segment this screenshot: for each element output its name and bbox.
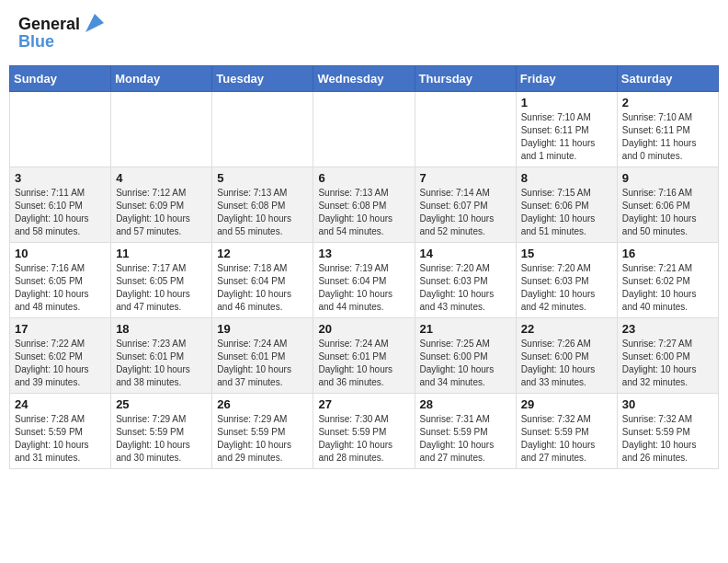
day-number: 6 — [318, 171, 409, 185]
calendar-cell: 12Sunrise: 7:18 AM Sunset: 6:04 PM Dayli… — [212, 243, 313, 318]
calendar-week-5: 24Sunrise: 7:28 AM Sunset: 5:59 PM Dayli… — [10, 394, 719, 469]
day-number: 16 — [622, 247, 713, 260]
weekday-header-sunday: Sunday — [10, 66, 111, 92]
day-info: Sunrise: 7:25 AM Sunset: 6:00 PM Dayligh… — [420, 338, 511, 389]
calendar-cell: 4Sunrise: 7:12 AM Sunset: 6:09 PM Daylig… — [111, 167, 212, 243]
day-info: Sunrise: 7:16 AM Sunset: 6:06 PM Dayligh… — [622, 187, 713, 238]
day-number: 7 — [420, 171, 511, 185]
calendar-cell — [212, 92, 313, 167]
day-info: Sunrise: 7:16 AM Sunset: 6:05 PM Dayligh… — [15, 262, 106, 314]
day-info: Sunrise: 7:22 AM Sunset: 6:02 PM Dayligh… — [15, 338, 106, 389]
day-number: 1 — [521, 96, 612, 109]
day-number: 24 — [15, 397, 106, 411]
day-number: 17 — [15, 322, 106, 336]
day-number: 10 — [15, 247, 106, 260]
weekday-header-tuesday: Tuesday — [212, 66, 313, 92]
calendar-cell: 15Sunrise: 7:20 AM Sunset: 6:03 PM Dayli… — [516, 243, 617, 318]
calendar-cell — [10, 92, 111, 167]
day-info: Sunrise: 7:20 AM Sunset: 6:03 PM Dayligh… — [521, 262, 612, 314]
day-number: 18 — [116, 322, 207, 336]
calendar-cell: 30Sunrise: 7:32 AM Sunset: 5:59 PM Dayli… — [617, 394, 718, 469]
day-number: 30 — [622, 397, 713, 411]
calendar-cell: 25Sunrise: 7:29 AM Sunset: 5:59 PM Dayli… — [111, 394, 212, 469]
day-info: Sunrise: 7:32 AM Sunset: 5:59 PM Dayligh… — [521, 413, 612, 465]
weekday-header-saturday: Saturday — [617, 66, 718, 92]
weekday-header-row: SundayMondayTuesdayWednesdayThursdayFrid… — [10, 66, 719, 92]
day-number: 21 — [420, 322, 511, 336]
calendar-cell: 21Sunrise: 7:25 AM Sunset: 6:00 PM Dayli… — [415, 318, 516, 394]
logo-icon — [82, 10, 108, 36]
calendar-table: SundayMondayTuesdayWednesdayThursdayFrid… — [9, 65, 719, 469]
logo: General Blue — [18, 14, 108, 52]
calendar-cell: 18Sunrise: 7:23 AM Sunset: 6:01 PM Dayli… — [111, 318, 212, 394]
day-info: Sunrise: 7:14 AM Sunset: 6:07 PM Dayligh… — [420, 187, 511, 238]
calendar-cell: 16Sunrise: 7:21 AM Sunset: 6:02 PM Dayli… — [617, 243, 718, 318]
day-info: Sunrise: 7:11 AM Sunset: 6:10 PM Dayligh… — [15, 187, 106, 238]
weekday-header-thursday: Thursday — [415, 66, 516, 92]
day-number: 4 — [116, 171, 207, 185]
calendar-cell: 22Sunrise: 7:26 AM Sunset: 6:00 PM Dayli… — [516, 318, 617, 394]
day-info: Sunrise: 7:30 AM Sunset: 5:59 PM Dayligh… — [318, 413, 409, 465]
calendar-week-1: 1Sunrise: 7:10 AM Sunset: 6:11 PM Daylig… — [10, 92, 719, 167]
day-info: Sunrise: 7:10 AM Sunset: 6:11 PM Dayligh… — [622, 111, 713, 163]
calendar-cell: 13Sunrise: 7:19 AM Sunset: 6:04 PM Dayli… — [313, 243, 415, 318]
day-info: Sunrise: 7:19 AM Sunset: 6:04 PM Dayligh… — [318, 262, 409, 314]
calendar-cell: 9Sunrise: 7:16 AM Sunset: 6:06 PM Daylig… — [617, 167, 718, 243]
day-number: 14 — [420, 247, 511, 260]
day-info: Sunrise: 7:23 AM Sunset: 6:01 PM Dayligh… — [116, 338, 207, 389]
calendar-cell: 6Sunrise: 7:13 AM Sunset: 6:08 PM Daylig… — [313, 167, 415, 243]
calendar-week-4: 17Sunrise: 7:22 AM Sunset: 6:02 PM Dayli… — [10, 318, 719, 394]
day-info: Sunrise: 7:17 AM Sunset: 6:05 PM Dayligh… — [116, 262, 207, 314]
day-number: 12 — [217, 247, 308, 260]
calendar-cell: 11Sunrise: 7:17 AM Sunset: 6:05 PM Dayli… — [111, 243, 212, 318]
calendar-cell: 19Sunrise: 7:24 AM Sunset: 6:01 PM Dayli… — [212, 318, 313, 394]
day-number: 2 — [622, 96, 713, 109]
calendar-cell: 17Sunrise: 7:22 AM Sunset: 6:02 PM Dayli… — [10, 318, 111, 394]
day-number: 9 — [622, 171, 713, 185]
calendar-cell — [415, 92, 516, 167]
day-number: 8 — [521, 171, 612, 185]
day-info: Sunrise: 7:29 AM Sunset: 5:59 PM Dayligh… — [116, 413, 207, 465]
svg-marker-0 — [85, 14, 104, 32]
page-header: General Blue — [9, 9, 719, 56]
day-info: Sunrise: 7:20 AM Sunset: 6:03 PM Dayligh… — [420, 262, 511, 314]
day-info: Sunrise: 7:21 AM Sunset: 6:02 PM Dayligh… — [622, 262, 713, 314]
day-info: Sunrise: 7:12 AM Sunset: 6:09 PM Dayligh… — [116, 187, 207, 238]
calendar-cell: 7Sunrise: 7:14 AM Sunset: 6:07 PM Daylig… — [415, 167, 516, 243]
day-number: 26 — [217, 397, 308, 411]
calendar-cell: 27Sunrise: 7:30 AM Sunset: 5:59 PM Dayli… — [313, 394, 415, 469]
day-number: 5 — [217, 171, 308, 185]
day-number: 19 — [217, 322, 308, 336]
day-info: Sunrise: 7:32 AM Sunset: 5:59 PM Dayligh… — [622, 413, 713, 465]
day-number: 27 — [318, 397, 409, 411]
calendar-cell: 3Sunrise: 7:11 AM Sunset: 6:10 PM Daylig… — [10, 167, 111, 243]
day-number: 29 — [521, 397, 612, 411]
day-info: Sunrise: 7:13 AM Sunset: 6:08 PM Dayligh… — [217, 187, 308, 238]
calendar-cell: 23Sunrise: 7:27 AM Sunset: 6:00 PM Dayli… — [617, 318, 718, 394]
calendar-cell — [111, 92, 212, 167]
calendar-cell: 1Sunrise: 7:10 AM Sunset: 6:11 PM Daylig… — [516, 92, 617, 167]
day-info: Sunrise: 7:29 AM Sunset: 5:59 PM Dayligh… — [217, 413, 308, 465]
weekday-header-friday: Friday — [516, 66, 617, 92]
day-info: Sunrise: 7:28 AM Sunset: 5:59 PM Dayligh… — [15, 413, 106, 465]
calendar-cell — [313, 92, 415, 167]
day-number: 15 — [521, 247, 612, 260]
weekday-header-wednesday: Wednesday — [313, 66, 415, 92]
calendar-cell: 10Sunrise: 7:16 AM Sunset: 6:05 PM Dayli… — [10, 243, 111, 318]
calendar-cell: 5Sunrise: 7:13 AM Sunset: 6:08 PM Daylig… — [212, 167, 313, 243]
day-number: 11 — [116, 247, 207, 260]
calendar-cell: 26Sunrise: 7:29 AM Sunset: 5:59 PM Dayli… — [212, 394, 313, 469]
day-info: Sunrise: 7:13 AM Sunset: 6:08 PM Dayligh… — [318, 187, 409, 238]
calendar-cell: 14Sunrise: 7:20 AM Sunset: 6:03 PM Dayli… — [415, 243, 516, 318]
day-number: 13 — [318, 247, 409, 260]
calendar-cell: 8Sunrise: 7:15 AM Sunset: 6:06 PM Daylig… — [516, 167, 617, 243]
day-info: Sunrise: 7:18 AM Sunset: 6:04 PM Dayligh… — [217, 262, 308, 314]
day-info: Sunrise: 7:24 AM Sunset: 6:01 PM Dayligh… — [217, 338, 308, 389]
day-number: 3 — [15, 171, 106, 185]
calendar-cell: 20Sunrise: 7:24 AM Sunset: 6:01 PM Dayli… — [313, 318, 415, 394]
day-info: Sunrise: 7:27 AM Sunset: 6:00 PM Dayligh… — [622, 338, 713, 389]
calendar-cell: 29Sunrise: 7:32 AM Sunset: 5:59 PM Dayli… — [516, 394, 617, 469]
day-number: 23 — [622, 322, 713, 336]
day-info: Sunrise: 7:24 AM Sunset: 6:01 PM Dayligh… — [318, 338, 409, 389]
day-info: Sunrise: 7:31 AM Sunset: 5:59 PM Dayligh… — [420, 413, 511, 465]
